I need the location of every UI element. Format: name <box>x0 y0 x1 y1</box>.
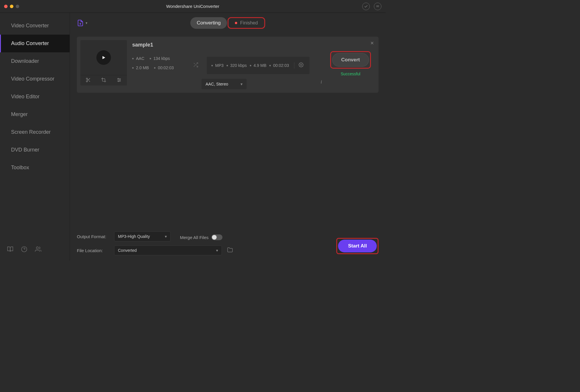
crop-button[interactable] <box>101 77 106 84</box>
output-format-label: Output Format: <box>77 234 111 239</box>
trim-button[interactable] <box>86 77 91 84</box>
source-duration: 00:02:03 <box>158 65 174 70</box>
start-all-button[interactable]: Start All <box>338 240 377 252</box>
audio-track-value: AAC, Stereo <box>206 82 228 86</box>
sidebar-item-label: Screen Recorder <box>11 129 51 135</box>
source-format: AAC <box>136 56 144 61</box>
svg-point-9 <box>86 81 88 82</box>
convert-button[interactable]: Convert <box>332 53 369 67</box>
topbar: ▾ Converting Finished <box>70 13 386 33</box>
maximize-window-button[interactable] <box>16 5 19 8</box>
file-thumbnail <box>80 40 127 85</box>
community-icon[interactable] <box>35 246 41 254</box>
svg-point-2 <box>22 247 27 252</box>
svg-line-20 <box>197 66 198 67</box>
remove-file-button[interactable] <box>370 41 374 47</box>
target-metadata: MP3 320 kbps 4.9 MB 00:02:03 <box>207 57 310 74</box>
chevron-down-icon: ▾ <box>165 234 167 239</box>
tab-finished[interactable]: Finished <box>228 17 265 29</box>
source-bitrate: 134 kbps <box>153 56 170 61</box>
window-controls <box>0 5 19 8</box>
sidebar-item-label: Video Compressor <box>11 76 54 82</box>
menu-icon[interactable] <box>374 3 381 10</box>
scissors-icon <box>86 77 91 83</box>
play-icon <box>96 50 111 65</box>
target-size: 4.9 MB <box>254 63 266 68</box>
sidebar-item-label: Video Converter <box>11 23 49 28</box>
chevron-down-icon: ▾ <box>241 82 243 86</box>
sliders-icon <box>116 77 122 83</box>
sidebar-item-dvd-burner[interactable]: DVD Burner <box>0 141 70 159</box>
sidebar-item-label: Audio Converter <box>11 40 49 46</box>
svg-point-17 <box>120 79 121 80</box>
sidebar-item-video-compressor[interactable]: Video Compressor <box>0 70 70 88</box>
notification-dot-icon <box>235 22 237 24</box>
file-location-select[interactable]: Converted ▾ <box>114 245 222 255</box>
sidebar-item-label: DVD Burner <box>11 147 39 153</box>
file-location-value: Converted <box>118 248 137 253</box>
settings-button[interactable] <box>294 62 308 69</box>
sidebar-item-toolbox[interactable]: Toolbox <box>0 159 70 177</box>
close-window-button[interactable] <box>4 5 8 8</box>
target-format: MP3 <box>215 63 224 68</box>
chevron-down-icon: ▾ <box>86 21 87 25</box>
svg-line-11 <box>89 80 90 81</box>
add-file-icon <box>77 19 84 27</box>
audio-track-select[interactable]: AAC, Stereo ▾ <box>201 79 247 89</box>
sidebar-item-video-converter[interactable]: Video Converter <box>0 17 70 35</box>
sidebar-item-merger[interactable]: Merger <box>0 106 70 123</box>
target-bitrate: 320 kbps <box>230 63 247 68</box>
status-label: Successful <box>341 72 360 76</box>
svg-point-8 <box>86 78 88 79</box>
output-format-select[interactable]: MP3-High Quality ▾ <box>114 231 171 241</box>
app-title: Wondershare UniConverter <box>166 4 219 9</box>
svg-line-12 <box>87 79 88 80</box>
sidebar-item-video-editor[interactable]: Video Editor <box>0 88 70 106</box>
account-icon[interactable] <box>362 3 370 10</box>
titlebar: Wondershare UniConverter <box>0 0 386 13</box>
folder-icon <box>227 247 233 253</box>
svg-point-18 <box>118 81 119 82</box>
info-button[interactable]: i <box>318 79 325 85</box>
svg-point-16 <box>118 78 119 79</box>
add-file-button[interactable]: ▾ <box>77 19 87 27</box>
sidebar-item-label: Video Editor <box>11 94 40 99</box>
tutorial-icon[interactable] <box>7 246 13 254</box>
sidebar: Video Converter Audio Converter Download… <box>0 13 70 261</box>
sidebar-item-label: Downloader <box>11 58 39 64</box>
svg-line-21 <box>194 63 195 64</box>
shuffle-icon <box>193 62 201 69</box>
sidebar-item-label: Toolbox <box>11 165 29 170</box>
file-name: sample1 <box>132 42 325 48</box>
sidebar-item-audio-converter[interactable]: Audio Converter <box>0 35 70 52</box>
content-area: ▾ Converting Finished <box>70 13 386 261</box>
crop-icon <box>101 77 106 83</box>
output-format-value: MP3-High Quality <box>118 234 150 239</box>
close-icon <box>370 41 374 45</box>
preview-button[interactable] <box>80 40 127 75</box>
file-card: sample1 AAC 134 kbps 2.0 MB 00:02:03 MP3… <box>77 37 379 93</box>
tab-converting[interactable]: Converting <box>190 17 227 29</box>
sidebar-item-screen-recorder[interactable]: Screen Recorder <box>0 123 70 141</box>
file-location-label: File Location: <box>77 248 111 253</box>
svg-point-4 <box>36 247 38 249</box>
open-folder-button[interactable] <box>227 247 233 254</box>
bottom-bar: Output Format: MP3-High Quality ▾ Merge … <box>70 227 386 261</box>
sidebar-item-label: Merger <box>11 111 28 117</box>
gear-icon <box>298 62 304 67</box>
tabs: Converting Finished <box>190 17 265 29</box>
sidebar-item-downloader[interactable]: Downloader <box>0 52 70 70</box>
effects-button[interactable] <box>116 77 122 84</box>
tab-label: Converting <box>197 20 221 26</box>
target-duration: 00:02:03 <box>273 63 289 68</box>
source-size: 2.0 MB <box>136 65 149 70</box>
chevron-down-icon: ▾ <box>216 248 218 253</box>
svg-point-22 <box>300 64 302 66</box>
minimize-window-button[interactable] <box>10 5 13 8</box>
tab-label: Finished <box>240 20 258 26</box>
svg-marker-7 <box>102 56 105 59</box>
merge-label: Merge All Files <box>180 235 208 240</box>
merge-toggle[interactable] <box>211 234 222 240</box>
help-icon[interactable] <box>21 246 27 254</box>
source-metadata: AAC 134 kbps 2.0 MB 00:02:03 <box>132 56 188 75</box>
